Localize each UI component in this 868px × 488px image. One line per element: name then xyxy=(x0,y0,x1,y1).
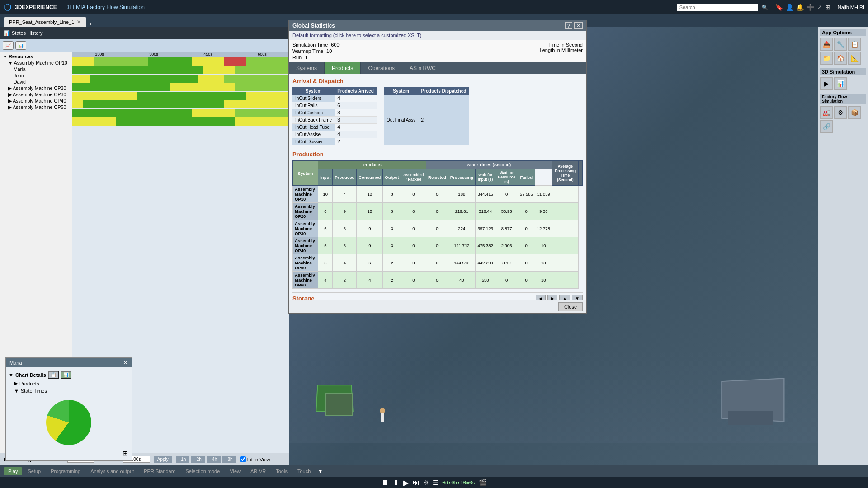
pb-settings-btn[interactable]: ⚙ xyxy=(423,479,429,486)
tree-machine-op40[interactable]: ▶ Assembly Machine OP40 xyxy=(2,98,71,104)
production-table: System Products State Times (Second) Ave… xyxy=(292,160,583,289)
ro-btn-3[interactable]: 📋 xyxy=(848,38,861,51)
btn-4h[interactable]: -4h xyxy=(207,456,221,463)
add-icon[interactable]: ➕ xyxy=(807,4,814,11)
ro-btn-2[interactable]: 🔧 xyxy=(834,38,847,51)
ff-btn-1[interactable]: 🏭 xyxy=(820,106,833,119)
storage-scroll-left[interactable]: ◀ xyxy=(536,295,546,300)
chart-view-btn-2[interactable]: 📊 xyxy=(61,371,71,379)
tab-setup[interactable]: Setup xyxy=(23,467,45,475)
gs-sim-time-value: 600 xyxy=(331,42,339,47)
state-times-section[interactable]: ▼ State Times xyxy=(14,387,129,394)
tab-view[interactable]: View xyxy=(225,467,245,475)
pb-stop-btn[interactable]: ⏹ xyxy=(382,479,389,487)
table-row: Assembly Machine OP10 1041230 0188344.41… xyxy=(293,186,583,203)
ro-btn-1[interactable]: 📤 xyxy=(820,38,833,51)
pb-pause-btn[interactable]: ⏸ xyxy=(392,479,400,487)
pie-chart-container xyxy=(9,396,129,449)
ff-btn-3[interactable]: 📦 xyxy=(848,106,861,119)
arrival-dispatch-tables: System Products Arrived InOut Sliders4 I… xyxy=(292,87,583,145)
states-history-label: States History xyxy=(12,30,42,36)
ro-btn-4[interactable]: 📁 xyxy=(820,52,833,65)
gs-tab-as-rwc[interactable]: AS n RWC xyxy=(402,62,443,74)
tree-machine-op30[interactable]: ▶ Assembly Machine OP30 xyxy=(2,91,71,98)
dispatch-table-body: Out Final Assy2 xyxy=(384,95,469,145)
pb-record-btn[interactable]: 🎬 xyxy=(479,479,486,486)
global-statistics-dialog: Global Statistics ? ✕ Default formatting… xyxy=(288,20,587,314)
th-wait-resource: Wait for Resource (s) xyxy=(495,169,518,186)
maria-panel-name: Maria xyxy=(9,360,22,366)
fit-in-view-checkbox[interactable] xyxy=(240,456,246,462)
chart-details-label: Chart Details xyxy=(15,372,46,378)
chart-btn-1[interactable]: 📈 xyxy=(3,41,14,50)
tab-tools[interactable]: Tools xyxy=(271,467,292,475)
gs-scroll-down[interactable]: ▼ xyxy=(572,295,583,300)
share-icon[interactable]: ↗ xyxy=(817,4,822,11)
maria-panel-footer: ⊞ xyxy=(9,449,129,458)
gs-tab-products[interactable]: Products xyxy=(325,62,361,74)
chart-details-header[interactable]: ▼ Chart Details 📋 📊 xyxy=(9,370,129,380)
production-table-wrapper: System Products State Times (Second) Ave… xyxy=(292,160,583,289)
apply-button[interactable]: Apply xyxy=(154,456,172,463)
tab-programming[interactable]: Programming xyxy=(46,467,85,475)
chart-view-btn-1[interactable]: 📋 xyxy=(48,371,59,379)
ff-btn-2[interactable]: ⚙ xyxy=(834,106,847,119)
gs-body: Arrival & Dispatch System Products Arriv… xyxy=(289,74,586,300)
th-output: Output xyxy=(383,169,401,186)
ff-btn-4[interactable]: 🔗 xyxy=(820,120,833,133)
pb-play-btn[interactable]: ▶ xyxy=(403,479,409,487)
add-tab-icon[interactable]: + xyxy=(89,21,92,27)
table-row: InOut Rails6 xyxy=(292,102,377,109)
sim-btn-2[interactable]: 📊 xyxy=(834,77,847,90)
chart-btn-2[interactable]: 📊 xyxy=(15,41,26,50)
gs-tab-systems[interactable]: Systems xyxy=(289,62,325,74)
tree-david[interactable]: David xyxy=(2,79,71,85)
notifications-icon[interactable]: 🔔 xyxy=(796,4,804,11)
tree-john[interactable]: John xyxy=(2,72,71,79)
tree-machine-op10[interactable]: ▼ Assembly Machine OP10 xyxy=(2,60,71,66)
tree-machine-op50[interactable]: ▶ Assembly Machine OP50 xyxy=(2,104,71,110)
gs-close-btn[interactable]: ✕ xyxy=(574,22,583,29)
maria-panel-close[interactable]: ✕ xyxy=(123,359,128,366)
storage-scroll-right[interactable]: ▶ xyxy=(547,295,557,300)
tab-play[interactable]: Play xyxy=(4,467,22,475)
tab-ar-vr[interactable]: AR-VR xyxy=(246,467,270,475)
gs-tab-operations[interactable]: Operations xyxy=(361,62,402,74)
tab-ppr-standard[interactable]: PPR Standard xyxy=(139,467,180,475)
expand-icon[interactable]: ⊞ xyxy=(825,4,830,11)
close-tab-icon[interactable]: ✕ xyxy=(77,19,81,25)
table-row: InOut Dossier2 xyxy=(292,138,377,145)
app-options-title: App Options xyxy=(820,29,866,36)
bookmark-icon[interactable]: 🔖 xyxy=(775,4,783,11)
gantt-row-5 xyxy=(72,92,289,100)
gs-xslt-bar[interactable]: Default formatting (click here to select… xyxy=(289,31,586,40)
tree-machine-op20[interactable]: ▶ Assembly Machine OP20 xyxy=(2,85,71,91)
pb-step-btn[interactable]: ⏭ xyxy=(412,479,420,487)
products-section[interactable]: ▶ Products xyxy=(14,380,129,387)
search-input[interactable] xyxy=(677,4,758,11)
user-icon[interactable]: 👤 xyxy=(786,4,793,11)
btn-8h[interactable]: -8h xyxy=(222,456,236,463)
tab-selection-mode[interactable]: Selection mode xyxy=(181,467,225,475)
chart-details-chevron: ▼ xyxy=(9,372,14,378)
ro-btn-6[interactable]: 📐 xyxy=(848,52,861,65)
gs-help-btn[interactable]: ? xyxy=(565,22,572,29)
gs-scroll-up[interactable]: ▲ xyxy=(559,295,570,300)
close-button[interactable]: Close xyxy=(558,302,583,311)
btn-1h[interactable]: -1h xyxy=(176,456,189,463)
tab-analysis[interactable]: Analysis and output xyxy=(86,467,138,475)
tab-touch[interactable]: Touch xyxy=(293,467,315,475)
expand-chart-icon[interactable]: ⊞ xyxy=(123,450,128,457)
search-icon[interactable]: 🔍 xyxy=(762,5,768,10)
sim-btn-1[interactable]: ▶ xyxy=(820,77,833,90)
file-tab[interactable]: PPR_Seat_Assembly_Line_1 ✕ xyxy=(4,17,86,27)
conveyor-3d xyxy=(728,411,773,425)
pb-list-btn[interactable]: ☰ xyxy=(433,479,439,486)
arrival-th-products: Products Arrived xyxy=(335,87,377,95)
more-tabs-icon[interactable]: ▼ xyxy=(318,469,323,474)
tree-maria[interactable]: Maria xyxy=(2,66,71,72)
fit-in-view-label[interactable]: Fit In View xyxy=(240,456,270,462)
ro-btn-5[interactable]: 🏠 xyxy=(834,52,847,65)
btn-2h[interactable]: -2h xyxy=(191,456,205,463)
axis-label-150: 150s xyxy=(95,52,104,56)
